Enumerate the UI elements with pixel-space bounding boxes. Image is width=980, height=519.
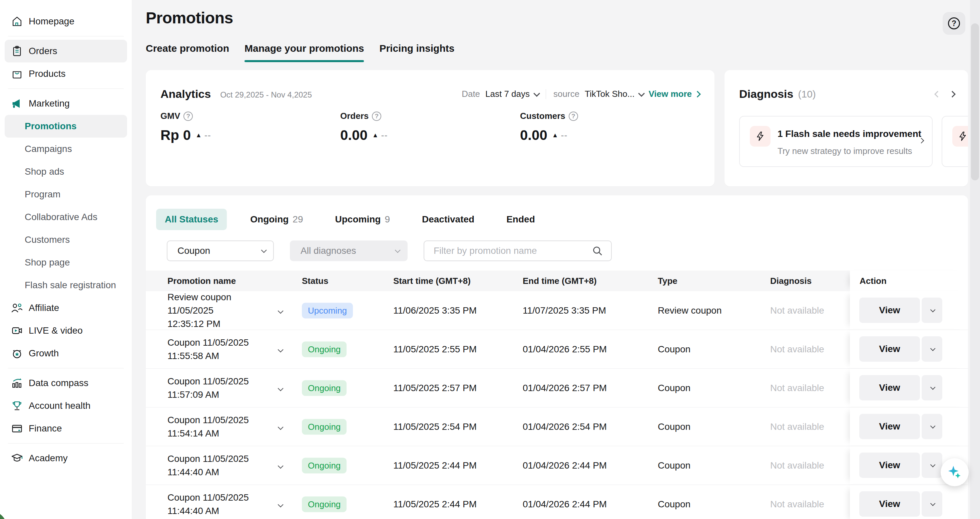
sidebar-item-flash-sale-registration[interactable]: Flash sale registration: [5, 274, 127, 297]
chevron-left-icon[interactable]: [934, 91, 941, 97]
sidebar-item-academy[interactable]: Academy: [5, 447, 127, 469]
promotion-name-line1: Coupon 11/05/2025: [167, 414, 277, 427]
view-button[interactable]: View: [859, 491, 920, 517]
view-button[interactable]: View: [859, 297, 920, 323]
status-badge-ongoing: Ongoing: [302, 419, 347, 434]
status-tab-upcoming[interactable]: Upcoming9: [326, 209, 399, 230]
diagnosis-item-partial[interactable]: [942, 116, 968, 167]
promotion-name: Coupon 11/05/202511:54:14 AM: [167, 414, 277, 440]
action-cell: View: [850, 369, 968, 407]
help-circle-icon[interactable]: ?: [569, 112, 578, 121]
status-tab-ended[interactable]: Ended: [498, 209, 544, 230]
page-scrollbar[interactable]: [970, 0, 980, 519]
sidebar-item-label: Account health: [29, 401, 91, 411]
sidebar-item-data-compass[interactable]: Data compass: [5, 372, 127, 394]
status-badge-ongoing: Ongoing: [302, 380, 347, 396]
view-dropdown-button[interactable]: [922, 491, 942, 517]
tab-label: Pricing insights: [379, 43, 454, 54]
diagnosis-item[interactable]: 1 Flash sale needs improvementTry new st…: [739, 116, 932, 167]
metric-value: 0.00: [340, 127, 368, 143]
sidebar-item-homepage[interactable]: Homepage: [5, 10, 127, 33]
sidebar-item-shop-page[interactable]: Shop page: [5, 251, 127, 274]
end-time: 11/07/2025 3:35 PM: [523, 305, 606, 316]
help-circle-icon[interactable]: ?: [183, 112, 193, 121]
sidebar-item-account-health[interactable]: Account health: [5, 394, 127, 417]
sidebar-item-campaigns[interactable]: Campaigns: [5, 137, 127, 160]
sidebar-item-products[interactable]: Products: [5, 62, 127, 85]
sidebar-item-growth[interactable]: Growth: [5, 342, 127, 365]
view-dropdown-button[interactable]: [922, 452, 942, 478]
view-dropdown-button[interactable]: [922, 297, 942, 323]
sidebar-item-orders[interactable]: Orders: [5, 40, 127, 62]
expand-row-chevron-icon[interactable]: [278, 383, 282, 393]
sidebar-item-customers[interactable]: Customers: [5, 228, 127, 251]
ai-assistant-button[interactable]: [941, 458, 969, 486]
diagnosis-item-title: 1 Flash sale needs improvement: [778, 129, 921, 139]
promotion-type-select[interactable]: Coupon: [167, 241, 274, 261]
metric-orders: Orders?0.00▲--: [340, 111, 520, 143]
sidebar-divider: [8, 443, 124, 444]
sidebar-item-collaborative-ads[interactable]: Collaborative Ads: [5, 206, 127, 228]
sidebar-item-shop-ads[interactable]: Shop ads: [5, 160, 127, 183]
promotion-type: Coupon: [658, 383, 690, 393]
start-time: 11/06/2025 3:35 PM: [393, 305, 477, 316]
view-button[interactable]: View: [859, 336, 920, 362]
view-button[interactable]: View: [859, 452, 920, 478]
date-label: Date: [461, 89, 480, 99]
action-cell: View: [850, 407, 968, 446]
view-button[interactable]: View: [859, 414, 920, 439]
expand-row-chevron-icon[interactable]: [278, 344, 282, 355]
source-dropdown[interactable]: TikTok Sho...: [585, 89, 643, 99]
scrollbar-thumb[interactable]: [971, 23, 979, 180]
view-dropdown-button[interactable]: [922, 336, 942, 362]
diagnosis-value: Not available: [770, 305, 824, 316]
start-time: 11/05/2025 2:54 PM: [393, 422, 477, 432]
data-compass-icon: [11, 377, 23, 390]
status-tab-ongoing[interactable]: Ongoing29: [242, 209, 312, 230]
sidebar-item-label: Orders: [29, 46, 57, 56]
status-tab-deactivated[interactable]: Deactivated: [413, 209, 483, 230]
sidebar-item-marketing[interactable]: Marketing: [5, 92, 127, 115]
view-more-link[interactable]: View more: [648, 89, 700, 99]
live-video-icon: [11, 324, 23, 337]
date-dropdown[interactable]: Last 7 days: [485, 89, 538, 99]
sidebar-item-program[interactable]: Program: [5, 183, 127, 206]
tab-create-promotion[interactable]: Create promotion: [146, 43, 229, 62]
chevron-right-icon[interactable]: [949, 91, 956, 97]
diagnoses-select[interactable]: All diagnoses: [290, 241, 407, 261]
tab-pricing-insights[interactable]: Pricing insights: [379, 43, 454, 62]
sidebar-item-promotions[interactable]: Promotions: [5, 115, 127, 137]
diagnosis-item-subtitle: Try new strategy to improve results: [778, 146, 912, 156]
view-button[interactable]: View: [859, 375, 920, 401]
chevron-down-icon: [261, 247, 267, 253]
help-button[interactable]: ?: [943, 12, 965, 35]
expand-row-chevron-icon[interactable]: [278, 460, 282, 471]
promotion-search[interactable]: [424, 241, 612, 261]
help-circle-icon[interactable]: ?: [372, 112, 381, 121]
promotion-name: Review coupon 11/05/202512:35:12 PM: [167, 291, 277, 331]
view-dropdown-button[interactable]: [922, 375, 942, 401]
page-tabs: Create promotionManage your promotionsPr…: [146, 43, 454, 62]
column-header-label: Action: [859, 276, 886, 286]
expand-row-chevron-icon[interactable]: [278, 305, 282, 316]
view-dropdown-button[interactable]: [922, 414, 942, 439]
sidebar-item-live-video[interactable]: LIVE & video: [5, 319, 127, 342]
chevron-down-icon: [395, 247, 401, 253]
expand-row-chevron-icon[interactable]: [278, 422, 282, 432]
expand-row-chevron-icon[interactable]: [278, 499, 282, 509]
metric-label-row: Orders?: [340, 111, 520, 121]
sidebar-item-label: Shop ads: [25, 166, 64, 177]
status-tab-all-statuses[interactable]: All Statuses: [156, 209, 227, 230]
search-input[interactable]: [434, 246, 592, 256]
sidebar-item-finance[interactable]: Finance: [5, 417, 127, 440]
tab-manage-your-promotions[interactable]: Manage your promotions: [245, 43, 364, 62]
promotion-name-line2: 11:54:14 AM: [167, 427, 277, 440]
metric-delta: --: [381, 130, 388, 141]
sidebar-item-affiliate[interactable]: Affiliate: [5, 297, 127, 319]
promotion-name-line2: 11:57:09 AM: [167, 388, 277, 401]
source-label: source: [554, 89, 579, 99]
promotion-name: Coupon 11/05/202511:57:09 AM: [167, 375, 277, 401]
lightning-icon: [957, 131, 968, 142]
analytics-date-range: Oct 29,2025 - Nov 4,2025: [220, 90, 312, 99]
sidebar-item-label: Campaigns: [25, 144, 72, 154]
